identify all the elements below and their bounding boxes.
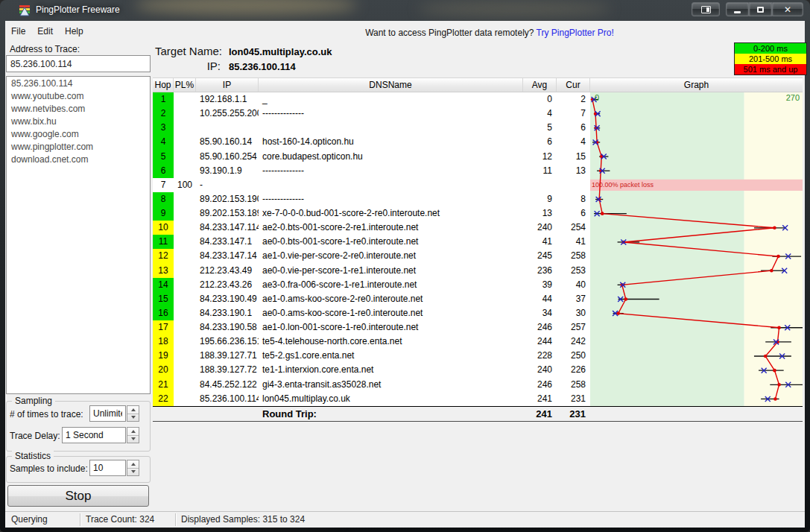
maximize-button[interactable]	[749, 2, 772, 16]
samples-spinner[interactable]	[127, 460, 139, 476]
ip-cell	[196, 121, 259, 135]
address-history-item[interactable]: download.cnet.com	[7, 153, 150, 165]
ip-cell: 84.233.147.1	[196, 235, 259, 249]
times-to-trace-input[interactable]	[89, 405, 126, 422]
ip-cell: 93.190.1.9	[196, 164, 259, 178]
packet-loss-cell	[174, 135, 196, 149]
spin-up-icon[interactable]	[127, 406, 139, 414]
avg-cell	[523, 178, 557, 192]
address-history-item[interactable]: www.bix.hu	[7, 115, 150, 127]
trace-delay-spinner[interactable]	[127, 427, 139, 443]
samples-to-include-input[interactable]	[89, 460, 126, 476]
latency-graph[interactable]: 100.00% packet loss0270	[590, 92, 803, 406]
dnsname-cell	[259, 121, 523, 135]
panel-window-button[interactable]	[692, 2, 720, 16]
cur-cell: 8	[557, 192, 590, 206]
spin-down-icon[interactable]	[127, 414, 139, 422]
ip-cell: 89.202.153.190	[196, 192, 259, 206]
address-history-item[interactable]: www.google.com	[7, 127, 150, 140]
status-displayed-samples: Displayed Samples: 315 to 324	[181, 514, 305, 525]
cur-cell: 4	[557, 135, 590, 149]
header-dnsname: DNSName	[259, 78, 523, 92]
cur-cell: 13	[557, 164, 590, 178]
packet-loss-cell	[174, 249, 196, 263]
titlebar[interactable]: PingPlotter Freeware ✕	[0, 0, 810, 21]
ip-cell: 84.233.190.58	[196, 320, 259, 335]
ip-cell: 85.236.100.114	[196, 392, 259, 406]
header-hop: Hop	[153, 78, 174, 92]
menu-item-file[interactable]: File	[5, 24, 31, 39]
hop-cell: 22	[153, 392, 174, 406]
cur-cell: 242	[557, 335, 590, 349]
trace-delay-input[interactable]	[62, 427, 126, 443]
target-ip-value: 85.236.100.114	[229, 61, 296, 72]
avg-cell: 246	[523, 320, 557, 335]
avg-cell: 11	[523, 164, 557, 178]
hop-cell: 9	[153, 206, 174, 221]
cur-cell: 6	[557, 206, 590, 221]
cur-cell: 258	[557, 378, 590, 392]
close-button[interactable]: ✕	[772, 2, 803, 16]
cur-cell: 37	[557, 292, 590, 306]
target-name-label: Target Name:	[155, 45, 222, 57]
dnsname-cell: core.budapest.opticon.hu	[259, 150, 523, 164]
pingplotter-window: PingPlotter Freeware ✕ FileEditHelp Want…	[0, 0, 810, 532]
ip-cell: 195.66.236.151	[196, 335, 259, 349]
cur-cell: 7	[557, 107, 590, 121]
close-icon: ✕	[784, 4, 791, 15]
hop-cell: 11	[153, 235, 174, 249]
dnsname-cell: ae2-0.bts-001-score-2-re1.interoute.net	[259, 221, 523, 235]
packet-loss-cell: 100	[174, 178, 196, 192]
address-history-item[interactable]: www.netvibes.com	[7, 102, 150, 115]
avg-cell: 12	[523, 150, 557, 164]
ip-cell: 84.233.190.1	[196, 306, 259, 320]
packet-loss-cell	[174, 320, 196, 335]
statistics-title: Statistics	[12, 451, 54, 461]
times-to-trace-spinner[interactable]	[127, 405, 139, 422]
target-name-value: lon045.multiplay.co.uk	[229, 46, 332, 57]
minimize-button[interactable]	[726, 2, 749, 16]
spin-up-icon[interactable]	[127, 460, 139, 469]
table-body: 1192.168.1.1_02210.255.255.200----------…	[153, 92, 803, 406]
packet-loss-cell	[174, 264, 196, 278]
dnsname-cell: ae1-0.vie-per-score-2-re0.interoute.net	[259, 249, 523, 263]
packet-loss-cell	[174, 150, 196, 164]
avg-cell: 240	[523, 221, 557, 235]
menu-item-help[interactable]: Help	[59, 24, 89, 39]
hop-cell: 14	[153, 278, 174, 292]
menu-item-edit[interactable]: Edit	[31, 24, 59, 39]
hop-cell: 10	[153, 221, 174, 235]
avg-cell: 5	[523, 121, 557, 135]
address-history-item[interactable]: www.pingplotter.com	[7, 140, 150, 153]
header-avg: Avg	[523, 78, 557, 92]
samples-to-include-label: Samples to include:	[10, 463, 88, 474]
address-history-item[interactable]: www.youtube.com	[7, 89, 150, 102]
hop-cell: 21	[153, 378, 174, 392]
spin-up-icon[interactable]	[127, 428, 139, 436]
cur-cell: 226	[557, 363, 590, 377]
spin-down-icon[interactable]	[127, 436, 139, 443]
stop-button[interactable]: Stop	[7, 485, 149, 507]
dnsname-cell: ae3-0.fra-006-score-1-re1.interoute.net	[259, 278, 523, 292]
hop-cell: 1	[153, 92, 174, 107]
svg-text:0: 0	[595, 93, 599, 102]
hop-cell: 4	[153, 135, 174, 149]
packet-loss-cell	[174, 107, 196, 121]
hop-cell: 13	[153, 264, 174, 278]
header-pl: PL%	[174, 78, 196, 92]
dnsname-cell: lon045.multiplay.co.uk	[259, 392, 523, 406]
status-trace-count: Trace Count: 324	[86, 514, 154, 525]
packet-loss-cell	[174, 349, 196, 363]
ip-cell: 89.202.153.189	[196, 206, 259, 221]
spin-down-icon[interactable]	[127, 469, 139, 476]
cur-cell	[557, 178, 590, 192]
address-history-item[interactable]: 85.236.100.114	[7, 77, 150, 89]
address-input[interactable]	[6, 55, 151, 72]
statusbar: Querying Trace Count: 324 Displayed Samp…	[5, 511, 805, 528]
packet-loss-cell	[174, 121, 196, 135]
address-history-list[interactable]: 85.236.100.114www.youtube.comwww.netvibe…	[6, 76, 151, 394]
target-ip-label: IP:	[155, 60, 221, 72]
try-pro-link[interactable]: Try PingPlotter Pro!	[537, 28, 614, 38]
cur-cell: 253	[557, 264, 590, 278]
hop-cell: 16	[153, 306, 174, 320]
